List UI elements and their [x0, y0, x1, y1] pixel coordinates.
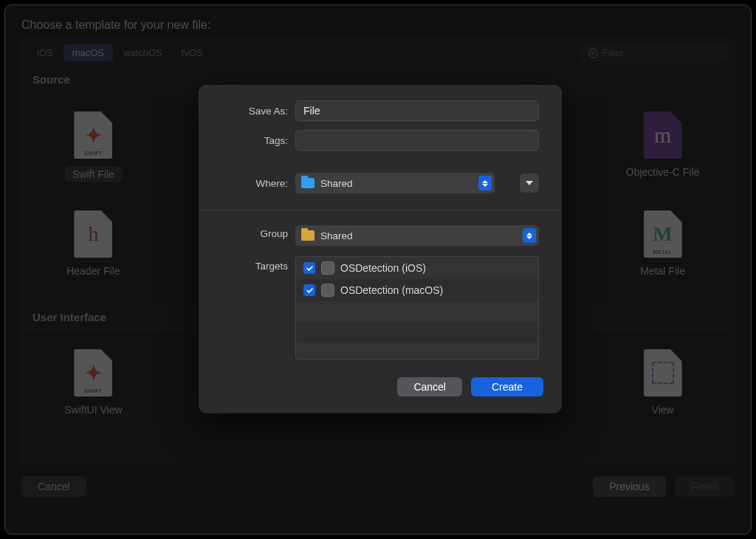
save-dialog-bottom: Group Shared Targets OSDetection (iOS) — [199, 210, 561, 371]
tab-ios[interactable]: iOS — [28, 44, 62, 61]
app-icon — [321, 261, 334, 275]
filter-field-wrap[interactable] — [580, 44, 728, 61]
window-heading: Choose a template for your new file: — [21, 18, 735, 32]
target-name: OSDetection (iOS) — [340, 262, 426, 274]
tags-label: Tags: — [221, 135, 288, 146]
view-file-icon — [644, 349, 682, 396]
target-row-empty — [296, 343, 538, 360]
save-dialog-top: Save As: Tags: Where: Shared — [199, 86, 561, 210]
template-objc-file[interactable]: m Objective-C File — [591, 100, 734, 199]
where-stepper-icon — [478, 176, 492, 190]
finish-button[interactable]: Finish — [675, 476, 735, 497]
app-icon — [321, 284, 334, 297]
template-label: Objective-C File — [626, 166, 700, 178]
platform-tab-bar: iOS macOS watchOS tvOS — [21, 39, 735, 66]
target-row[interactable]: OSDetection (macOS) — [296, 279, 538, 301]
save-dialog-actions: Cancel Create — [199, 371, 561, 413]
checkbox-checked-icon[interactable] — [303, 284, 315, 296]
save-create-button[interactable]: Create — [471, 377, 543, 396]
where-value: Shared — [320, 178, 353, 189]
previous-button[interactable]: Previous — [593, 476, 665, 497]
chevron-down-icon — [526, 181, 533, 185]
template-label: Swift File — [65, 166, 122, 182]
filter-icon — [588, 48, 598, 58]
filter-input[interactable] — [602, 47, 720, 58]
tags-input[interactable] — [295, 130, 539, 151]
cancel-button[interactable]: Cancel — [21, 476, 86, 497]
where-label: Where: — [221, 178, 288, 189]
where-select[interactable]: Shared — [295, 173, 495, 193]
template-metal-file[interactable]: M METAL Metal File — [591, 199, 734, 293]
objc-file-icon: m — [644, 111, 682, 159]
group-select[interactable]: Shared — [295, 225, 539, 246]
metal-file-icon: M METAL — [644, 210, 682, 258]
template-header-file[interactable]: h Header File — [22, 199, 165, 293]
target-row[interactable]: OSDetection (iOS) — [296, 257, 538, 279]
template-swift-file[interactable]: ✦ SWIFT Swift File — [22, 100, 165, 199]
tab-tvos[interactable]: tvOS — [173, 44, 212, 61]
swiftui-view-icon: ✦ SWIFT — [74, 349, 112, 396]
template-footer: Cancel Previous Finish — [21, 476, 735, 497]
swift-file-icon: ✦ SWIFT — [74, 111, 112, 159]
template-label: Header File — [66, 265, 120, 277]
folder-icon — [301, 178, 315, 188]
template-swiftui-view[interactable]: ✦ SWIFT SwiftUI View — [22, 337, 165, 432]
save-cancel-button[interactable]: Cancel — [397, 377, 462, 396]
template-label: View — [652, 404, 674, 416]
target-row-empty — [296, 301, 538, 322]
targets-label: Targets — [221, 256, 288, 272]
template-label: SwiftUI View — [64, 404, 122, 416]
checkbox-checked-icon[interactable] — [303, 262, 315, 274]
header-file-icon: h — [74, 210, 112, 258]
targets-list: OSDetection (iOS) OSDetection (macOS) — [295, 256, 539, 360]
save-as-input[interactable] — [295, 100, 539, 121]
expand-chevron-button[interactable] — [520, 174, 539, 193]
group-stepper-icon — [523, 228, 536, 243]
template-view[interactable]: View — [591, 337, 734, 432]
target-name: OSDetection (macOS) — [340, 284, 443, 296]
save-dialog: Save As: Tags: Where: Shared Group Share… — [199, 86, 561, 413]
folder-icon — [301, 230, 315, 241]
tab-macos[interactable]: macOS — [63, 44, 113, 61]
template-label: Metal File — [640, 265, 685, 277]
group-value: Shared — [320, 230, 353, 241]
tab-watchos[interactable]: watchOS — [114, 44, 171, 61]
save-as-label: Save As: — [221, 106, 288, 117]
group-label: Group — [221, 225, 288, 239]
target-row-empty — [296, 322, 538, 343]
